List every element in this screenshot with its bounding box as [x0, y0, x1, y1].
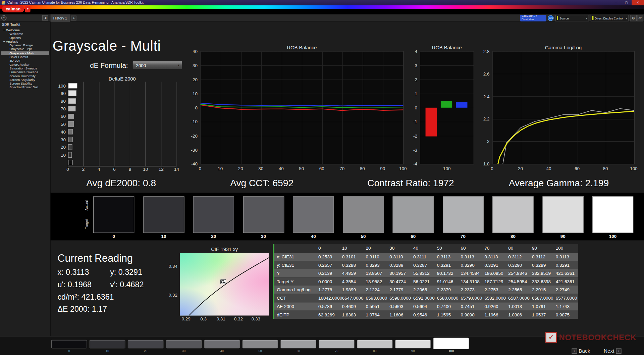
gear-icon[interactable]: ⚙	[630, 15, 637, 21]
level-button-label: 60	[280, 349, 316, 353]
table-cell: 6647.0000	[341, 294, 365, 302]
deltae-x-label: 2	[79, 167, 88, 172]
rgb-bar-y-label: 3	[407, 63, 417, 68]
logo-menu-caret-icon[interactable]: ▾	[25, 6, 31, 12]
grayscale-swatch-80	[492, 196, 533, 233]
level-button-20[interactable]	[128, 340, 164, 349]
table-row: Target Y0.00004.355413.958230.472456.022…	[274, 277, 578, 286]
level-button-50[interactable]	[242, 340, 278, 349]
sidebar-collapse-button[interactable]: ◀	[42, 15, 48, 20]
gamma-x-label: 60	[572, 166, 582, 171]
sidebar-item-analysis[interactable]: − Analysis	[1, 40, 49, 44]
grayscale-swatch-0	[93, 196, 134, 233]
sidebar-item-welcome[interactable]: − Welcome	[1, 28, 49, 32]
meter-button[interactable]: X-Rite i1Pro 2 Direct View	[520, 15, 546, 21]
titlebar: Calman 2022 Calman Ultimate for Business…	[0, 0, 644, 5]
level-button-30[interactable]	[166, 340, 202, 349]
table-cell: 2.2065	[412, 286, 436, 294]
notebookcheck-logo-icon: ✓	[545, 332, 557, 343]
sidebar-item-screen-angularity[interactable]: Screen Angularity	[1, 78, 49, 82]
sidebar-item-luminance-sweeps[interactable]: Luminance Sweeps	[1, 70, 49, 74]
table-cell: 1.1606	[388, 310, 412, 319]
deltae-bar-50	[68, 121, 74, 127]
sidebar-item-screen-uniformity[interactable]: Screen Uniformity	[1, 74, 49, 78]
display-control-dropdown[interactable]: Direct Display Control ▾	[591, 15, 629, 21]
sidebar-item-color-gamut[interactable]: Color Gamut	[1, 55, 49, 59]
level-button-60[interactable]	[280, 340, 316, 349]
rgb-line-x-label: 40	[276, 166, 286, 171]
sidebar-item-options[interactable]: Options	[1, 36, 49, 40]
table-cell: 1.8383	[341, 310, 365, 319]
back-label: Back	[579, 348, 590, 354]
gamma-x-label: 20	[516, 166, 525, 171]
close-button[interactable]: ✕	[632, 0, 644, 5]
level-button-100[interactable]	[433, 338, 469, 349]
de-formula-select[interactable]: 2000 ▾	[132, 61, 182, 69]
table-header-cell	[274, 244, 317, 253]
sidebar-item-3d-lut[interactable]: 3D LUT	[1, 59, 49, 63]
source-dropdown[interactable]: Source ▾	[555, 15, 589, 21]
sidebar-item-grayscale-multi[interactable]: Grayscale - Multi	[1, 51, 49, 55]
minimize-button[interactable]: –	[610, 0, 621, 5]
swatch-level-label: 70	[442, 234, 483, 239]
table-cell: 2.2915	[531, 286, 554, 294]
gamma-lines-svg	[492, 51, 634, 164]
swatch-level-label: 30	[243, 234, 284, 239]
reading-count-badge: 239	[548, 15, 553, 21]
table-cell: 0.5789	[317, 302, 341, 311]
sidebar-item-dynamic-range[interactable]: Dynamic Range	[1, 44, 49, 47]
table-cell: 0.3289	[388, 261, 412, 269]
source-dropdown-label: Source	[559, 16, 585, 20]
reading-value: u': 0.1968	[57, 280, 110, 289]
sidebar-item-colorchecker[interactable]: ColorChecker	[1, 63, 49, 66]
next-button[interactable]: Next »	[604, 348, 621, 354]
rgb-line-x-label: 20	[236, 166, 246, 171]
table-cell: 0.3113	[554, 253, 578, 261]
sidebar-item-spectral-power-dist-[interactable]: Spectral Power Dist.	[1, 86, 49, 89]
pin-icon[interactable]: ●	[1, 15, 7, 20]
table-cell: 1.0764	[365, 310, 388, 319]
table-cell: 0.3110	[365, 253, 388, 261]
rgb-balance-bar-chart	[420, 51, 474, 164]
table-row: Gamma Log/Log1.27781.98992.12242.17792.2…	[274, 286, 578, 294]
back-button[interactable]: « Back	[572, 348, 590, 354]
table-cell: 2.1779	[388, 286, 412, 294]
table-row-label: CCT	[274, 294, 317, 302]
table-cell: 134.3108	[460, 277, 483, 286]
level-button-label: 0	[51, 349, 87, 353]
table-cell: 6587.0000	[531, 294, 554, 302]
deltae-y-label: 60	[53, 114, 66, 119]
table-cell: 56.0221	[412, 277, 436, 286]
sidebar-item-welcome[interactable]: Welcome	[1, 32, 49, 36]
add-tab-button[interactable]: +	[71, 16, 76, 21]
screen: Calman 2022 Calman Ultimate for Business…	[0, 0, 644, 355]
sidebar-item-grayscale-2pt[interactable]: Grayscale - 2pt	[1, 47, 49, 51]
level-button-0[interactable]	[51, 340, 87, 349]
level-button-40[interactable]	[204, 340, 240, 349]
app-icon	[2, 1, 5, 4]
current-reading-title: Current Reading	[57, 252, 133, 264]
table-cell: 2.2749	[554, 286, 578, 294]
header-strip	[0, 9, 644, 14]
table-cell: 30.4724	[388, 277, 412, 286]
sidebar-item-saturation-sweeps[interactable]: Saturation Sweeps	[1, 66, 49, 70]
rgb-bar-y-label: 1	[407, 91, 417, 96]
sidebar-item-screen-stability[interactable]: Screen Stability	[1, 82, 49, 86]
blue-line	[201, 103, 404, 106]
level-button-70[interactable]	[319, 340, 355, 349]
table-cell: 2.1224	[365, 286, 388, 294]
tab-history-1[interactable]: History 1	[51, 14, 70, 22]
level-button-label: 10	[90, 349, 125, 353]
meter-mode: Direct View	[522, 18, 546, 21]
table-cell: 30.1957	[388, 269, 412, 277]
level-button-10[interactable]	[90, 340, 125, 349]
table-cell: 0.3290	[460, 261, 483, 269]
table-cell: 13.9582	[365, 277, 388, 286]
reading-value: v': 0.4682	[110, 280, 144, 289]
maximize-button[interactable]: ▢	[621, 0, 632, 5]
table-cell: 2.2373	[460, 286, 483, 294]
level-button-90[interactable]	[395, 340, 431, 349]
table-cell: 62.8269	[317, 310, 341, 319]
fast-forward-icon[interactable]: ≫	[637, 15, 643, 21]
level-button-80[interactable]	[357, 340, 393, 349]
